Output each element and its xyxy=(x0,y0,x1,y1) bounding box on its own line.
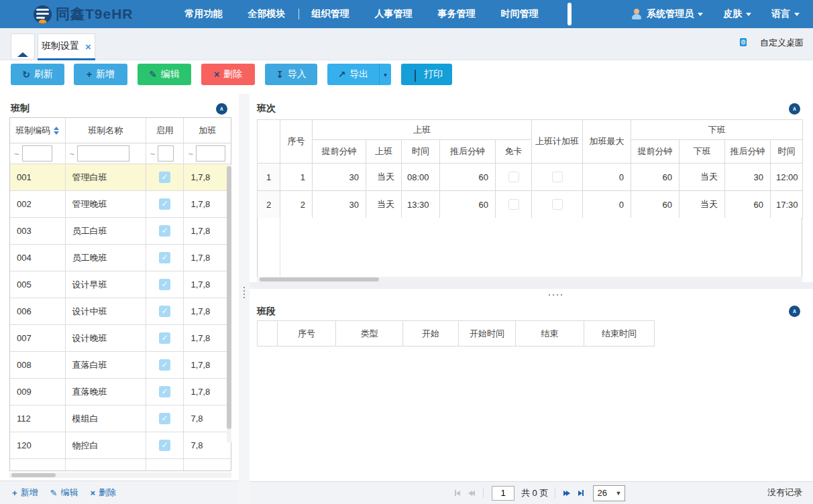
checkbox-checked-icon[interactable]: ✓ xyxy=(159,386,170,397)
table-row[interactable]: 112 模组白 ✓ 7,8 xyxy=(10,405,231,432)
checkbox-unchecked-icon[interactable] xyxy=(552,199,563,210)
column-header-on-time[interactable]: 时间 xyxy=(402,140,440,164)
horizontal-scrollbar[interactable] xyxy=(9,472,231,478)
column-header-on-early[interactable]: 提前分钟 xyxy=(313,140,366,164)
footer-add-link[interactable]: + 新增 xyxy=(12,487,38,499)
footer-edit-link[interactable]: ✎ 编辑 xyxy=(50,487,78,499)
footer-delete-link[interactable]: × 删除 xyxy=(91,487,117,499)
column-header-seq[interactable]: 序号 xyxy=(280,120,313,164)
column-header-type[interactable]: 类型 xyxy=(336,321,403,346)
checkbox-checked-icon[interactable]: ✓ xyxy=(159,359,170,371)
checkbox-unchecked-icon[interactable] xyxy=(508,199,519,210)
checkbox-checked-icon[interactable]: ✓ xyxy=(159,440,170,451)
column-header-off-day[interactable]: 下班 xyxy=(680,140,725,164)
checkbox-unchecked-icon[interactable] xyxy=(508,172,519,182)
sort-icon[interactable] xyxy=(54,127,59,135)
table-row[interactable]: 009 直落晚班 ✓ 1,7,8 xyxy=(10,379,231,405)
menu-item-all-modules[interactable]: 全部模块 xyxy=(248,8,286,20)
filter-enabled-input[interactable] xyxy=(158,145,174,162)
table-row[interactable]: 002 管理晚班 ✓ 1,7,8 xyxy=(10,191,231,218)
print-button[interactable]: 打印 xyxy=(401,64,452,85)
checkbox-checked-icon[interactable]: ✓ xyxy=(159,252,170,263)
export-button[interactable]: ↗ 导出 xyxy=(327,64,379,85)
pager-page-input[interactable] xyxy=(492,486,514,501)
column-header-seq[interactable]: 序号 xyxy=(278,321,336,346)
edit-button[interactable]: ✎ 编辑 xyxy=(138,64,191,85)
filter-name-input[interactable] xyxy=(77,145,129,162)
cell-enabled: ✓ xyxy=(146,325,184,351)
language-menu[interactable]: 语言 xyxy=(771,8,800,20)
column-header-overtime-max[interactable]: 加班最大 xyxy=(583,120,631,164)
table-row[interactable]: 2 2 30 当天 13:30 60 0 60 当天 60 17:30 xyxy=(258,191,803,218)
table-row[interactable]: 001 管理白班 ✓ 1,7,8 xyxy=(10,164,231,191)
column-header-on-late[interactable]: 推后分钟 xyxy=(440,140,496,164)
column-header-count-overtime[interactable]: 上班计加班 xyxy=(532,120,583,164)
column-header-off-early[interactable]: 提前分钟 xyxy=(631,140,680,164)
table-row[interactable]: 1 1 30 当天 08:00 60 0 60 当天 30 12:00 xyxy=(258,164,803,191)
checkbox-unchecked-icon[interactable] xyxy=(552,172,563,182)
collapse-up-icon[interactable]: ∧ xyxy=(789,103,800,115)
tab-home[interactable] xyxy=(11,34,35,58)
cell-name: 设计早班 xyxy=(66,271,146,298)
scrollbar-thumb[interactable] xyxy=(11,473,56,477)
checkbox-checked-icon[interactable]: ✓ xyxy=(159,332,170,344)
page-size-select[interactable]: 26 ▼ xyxy=(593,485,625,501)
menu-item-personnel[interactable]: 人事管理 xyxy=(375,8,413,20)
checkbox-checked-icon[interactable]: ✓ xyxy=(159,198,170,210)
column-header-on-day[interactable]: 上班 xyxy=(366,140,402,164)
checkbox-checked-icon[interactable]: ✓ xyxy=(159,279,170,290)
checkbox-checked-icon[interactable]: ✓ xyxy=(159,413,170,424)
column-header-start[interactable]: 开始 xyxy=(403,321,459,346)
tab-shift-settings[interactable]: 班制设置 × xyxy=(38,34,95,58)
checkbox-checked-icon[interactable]: ✓ xyxy=(159,172,170,183)
skin-menu[interactable]: 皮肤 xyxy=(723,8,751,20)
pager-next-button[interactable] xyxy=(563,491,570,496)
cell-count-overtime xyxy=(532,191,583,218)
column-header-overtime[interactable]: 加班 xyxy=(184,118,231,143)
column-header-start-time[interactable]: 开始时间 xyxy=(459,321,516,346)
column-header-enabled[interactable]: 启用 xyxy=(146,118,184,143)
scrollbar-thumb[interactable] xyxy=(227,166,231,429)
collapse-up-icon[interactable]: ∧ xyxy=(216,103,227,115)
column-header-name[interactable]: 班制名称 xyxy=(66,118,146,143)
pager-first-button[interactable] xyxy=(455,490,460,496)
filter-overtime-input[interactable] xyxy=(196,145,225,162)
column-header-code[interactable]: 班制编码 xyxy=(10,118,66,143)
menu-item-common-functions[interactable]: 常用功能 xyxy=(185,8,223,20)
column-header-end[interactable]: 结束 xyxy=(516,321,584,346)
table-row[interactable]: 005 设计早班 ✓ 1,7,8 xyxy=(10,271,231,298)
table-row[interactable]: 008 直落白班 ✓ 1,7,8 xyxy=(10,352,231,379)
add-button[interactable]: + 新增 xyxy=(74,64,127,85)
shift-panel-title: 班次 xyxy=(257,103,276,115)
menu-item-organization[interactable]: 组织管理 xyxy=(312,8,349,20)
pager-last-button[interactable] xyxy=(578,490,584,496)
table-row[interactable]: 007 设计晚班 ✓ 1,7,8 xyxy=(10,325,231,352)
customize-desktop-button[interactable]: ⚙ 自定义桌面 xyxy=(740,36,804,50)
refresh-button[interactable]: ↻ 刷新 xyxy=(11,64,64,85)
horizontal-scrollbar[interactable] xyxy=(257,277,802,282)
user-menu[interactable]: 系统管理员 xyxy=(631,8,703,20)
pager-prev-button[interactable] xyxy=(468,491,475,496)
menu-item-time[interactable]: 时间管理 xyxy=(501,8,539,20)
delete-button[interactable]: × 删除 xyxy=(201,64,255,85)
vertical-splitter[interactable] xyxy=(239,94,250,504)
column-header-off-time[interactable]: 时间 xyxy=(771,140,803,164)
column-header-end-time[interactable]: 结束时间 xyxy=(584,321,655,346)
table-row[interactable]: 120 物控白 ✓ 7,8 xyxy=(10,432,231,459)
close-icon[interactable]: × xyxy=(85,41,91,52)
checkbox-checked-icon[interactable]: ✓ xyxy=(159,306,170,317)
table-row[interactable]: 006 设计中班 ✓ 1,7,8 xyxy=(10,298,231,325)
export-dropdown-button[interactable]: ▾ xyxy=(379,64,391,85)
filter-code-input[interactable] xyxy=(22,145,52,162)
column-header-off-late[interactable]: 推后分钟 xyxy=(725,140,771,164)
horizontal-splitter[interactable] xyxy=(250,282,813,289)
checkbox-checked-icon[interactable]: ✓ xyxy=(159,225,170,237)
vertical-scrollbar[interactable] xyxy=(227,165,231,442)
table-row[interactable]: 003 员工白班 ✓ 1,7,8 xyxy=(10,218,231,245)
column-header-free-card[interactable]: 免卡 xyxy=(496,140,532,164)
scrollbar-thumb[interactable] xyxy=(260,277,379,281)
table-row[interactable]: 004 员工晚班 ✓ 1,7,8 xyxy=(10,245,231,271)
menu-item-affairs[interactable]: 事务管理 xyxy=(438,8,476,20)
collapse-up-icon[interactable]: ∧ xyxy=(789,306,800,317)
import-button[interactable]: ↧ 导入 xyxy=(265,64,317,85)
